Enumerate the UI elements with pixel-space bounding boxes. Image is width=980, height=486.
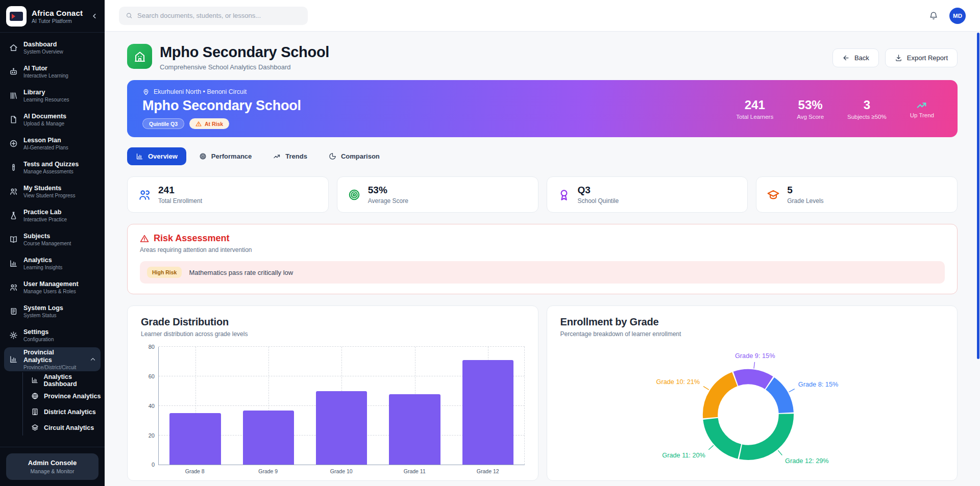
page-subtitle: Comprehensive School Analytics Dashboard	[160, 63, 329, 71]
back-button[interactable]: Back	[832, 48, 879, 67]
sidebar-item-ai-tutor[interactable]: AI TutorInteractive Learning	[0, 60, 105, 84]
sidebar-item-system-logs[interactable]: System LogsSystem Status	[0, 299, 105, 323]
sidebar-item-user-management[interactable]: User ManagementManage Users & Roles	[0, 275, 105, 299]
download-icon	[895, 54, 902, 62]
sidebar-item-label: Analytics	[23, 257, 62, 264]
donut-slice-grade-11	[710, 419, 740, 452]
sidebar-item-label: Provincial Analytics	[23, 349, 84, 364]
page-header-actions: Back Export Report	[832, 44, 958, 67]
y-axis-tick-label: 40	[140, 403, 155, 409]
x-axis-tick-label: Grade 8	[158, 468, 232, 474]
brand-logo-glyph	[10, 12, 23, 21]
bar-grade-12	[462, 360, 513, 465]
risk-level-badge: High Risk	[147, 267, 182, 278]
trending-up-icon	[273, 152, 281, 160]
sidebar-subitem-province-analytics[interactable]: Province Analytics	[23, 388, 105, 404]
bar-grade-8	[169, 413, 220, 465]
stat-card-average-score: 53%Average Score	[337, 176, 538, 213]
tab-overview[interactable]: Overview	[127, 147, 186, 165]
sidebar-item-sublabel: Manage Users & Roles	[23, 289, 79, 294]
sidebar-subitem-district-analytics[interactable]: District Analytics	[23, 404, 105, 420]
sidebar-item-sublabel: Upload & Manage	[23, 121, 66, 126]
sidebar-item-label: Settings	[23, 328, 54, 336]
banner-badge-at-risk: At Risk	[189, 118, 229, 129]
user-avatar[interactable]: MD	[949, 8, 966, 24]
users-icon	[138, 188, 151, 201]
sidebar-item-label: My Students	[23, 185, 76, 192]
sidebar-item-subjects[interactable]: SubjectsCourse Management	[0, 227, 105, 251]
back-button-label: Back	[854, 54, 869, 62]
bar-chart-icon	[9, 259, 18, 268]
donut-chart: Grade 9: 15%Grade 8: 15%Grade 12: 29%Gra…	[560, 342, 944, 486]
sidebar-item-dashboard[interactable]: DashboardSystem Overview	[0, 36, 105, 60]
tab-performance[interactable]: Performance	[190, 147, 260, 165]
admin-console-button[interactable]: Admin Console Manage & Monitor	[6, 453, 99, 480]
map-pin-icon	[142, 88, 150, 95]
vertical-scrollbar[interactable]	[977, 33, 979, 359]
users-icon	[9, 283, 18, 292]
banner-badge-quintile-q3: Quintile Q3	[142, 118, 184, 129]
target-icon	[348, 188, 361, 201]
export-report-button[interactable]: Export Report	[885, 48, 958, 67]
sidebar-item-sublabel: Interactive Learning	[23, 73, 68, 79]
sidebar-item-provincial-analytics[interactable]: Provincial AnalyticsProvince/District/Ci…	[4, 347, 101, 371]
banner-left: Ekurhuleni North • Benoni Circuit Mpho S…	[142, 88, 301, 129]
sidebar-item-label: Lesson Plan	[23, 137, 68, 144]
sidebar-subitem-label: Circuit Analytics	[44, 424, 94, 431]
users-icon	[9, 187, 18, 196]
sidebar-item-sublabel: System Status	[23, 313, 63, 318]
sidebar-subitem-analytics-dashboard[interactable]: Analytics Dashboard	[23, 372, 105, 388]
notifications-button[interactable]	[929, 11, 938, 20]
banner-location-text: Ekurhuleni North • Benoni Circuit	[154, 88, 247, 95]
flask-icon	[9, 211, 18, 220]
bot-icon	[9, 67, 18, 76]
sidebar-item-library[interactable]: LibraryLearning Resources	[0, 84, 105, 108]
sidebar-item-practice-lab[interactable]: Practice LabInteractive Practice	[0, 203, 105, 227]
search-icon	[126, 12, 133, 19]
tab-comparison[interactable]: Comparison	[320, 147, 388, 165]
x-axis-tick-label: Grade 9	[232, 468, 305, 474]
bar-chart-icon	[9, 355, 18, 364]
library-icon	[9, 91, 18, 100]
sidebar-item-analytics[interactable]: AnalyticsLearning Insights	[0, 251, 105, 275]
banner-stat-avg-score: 53%Avg Score	[797, 98, 824, 120]
brand-logo	[6, 6, 27, 27]
tab-label: Overview	[148, 152, 178, 160]
sidebar-item-lesson-plan[interactable]: Lesson PlanAI-Generated Plans	[0, 132, 105, 156]
banner-stat-value: 53%	[797, 98, 824, 112]
banner-location: Ekurhuleni North • Benoni Circuit	[142, 88, 301, 95]
search-box[interactable]	[119, 7, 308, 25]
risk-items: High RiskMathematics pass rate criticall…	[140, 261, 945, 284]
donut-leader-line	[708, 446, 714, 450]
sidebar-item-label: Subjects	[23, 233, 71, 240]
sidebar-item-label: Dashboard	[23, 41, 63, 48]
stat-card-grade-levels: 5Grade Levels	[756, 176, 958, 213]
sidebar-item-sublabel: Manage Assessments	[23, 169, 79, 174]
bar-grade-9	[243, 411, 294, 465]
bell-icon	[929, 11, 938, 20]
admin-console-wrap: Admin Console Manage & Monitor	[0, 447, 105, 486]
sidebar-item-label: Library	[23, 89, 69, 96]
sidebar-subitem-label: Analytics Dashboard	[43, 373, 105, 388]
topbar-actions: MD	[929, 8, 966, 24]
sidebar-item-my-students[interactable]: My StudentsView Student Progress	[0, 180, 105, 203]
search-input[interactable]	[137, 12, 301, 19]
sidebar-nav: DashboardSystem OverviewAI TutorInteract…	[0, 33, 105, 447]
sidebar-item-ai-documents[interactable]: AI DocumentsUpload & Manage	[0, 108, 105, 132]
vial-icon	[9, 163, 18, 172]
risk-title-row: Risk Assessment	[140, 233, 945, 244]
sidebar-item-settings[interactable]: SettingsConfiguration	[0, 323, 105, 347]
y-axis-tick-label: 80	[140, 344, 155, 350]
banner-stat-up-trend: Up Trend	[910, 99, 934, 118]
sidebar-item-label: AI Documents	[23, 113, 66, 120]
arrow-left-icon	[842, 54, 850, 62]
risk-assessment-card: Risk Assessment Areas requiring attentio…	[127, 224, 958, 294]
app-root: Africa Conact AI Tutor Platform Dashboar…	[0, 0, 980, 486]
page-header-text: Mpho Secondary School Comprehensive Scho…	[160, 44, 329, 71]
sidebar-item-tests-and-quizzes[interactable]: Tests and QuizzesManage Assessments	[0, 156, 105, 180]
sidebar-subitem-circuit-analytics[interactable]: Circuit Analytics	[23, 420, 105, 436]
tab-trends[interactable]: Trends	[264, 147, 316, 165]
admin-console-title: Admin Console	[10, 459, 94, 467]
donut-slice-grade-8	[770, 383, 786, 413]
sidebar-collapse-button[interactable]	[91, 12, 99, 20]
